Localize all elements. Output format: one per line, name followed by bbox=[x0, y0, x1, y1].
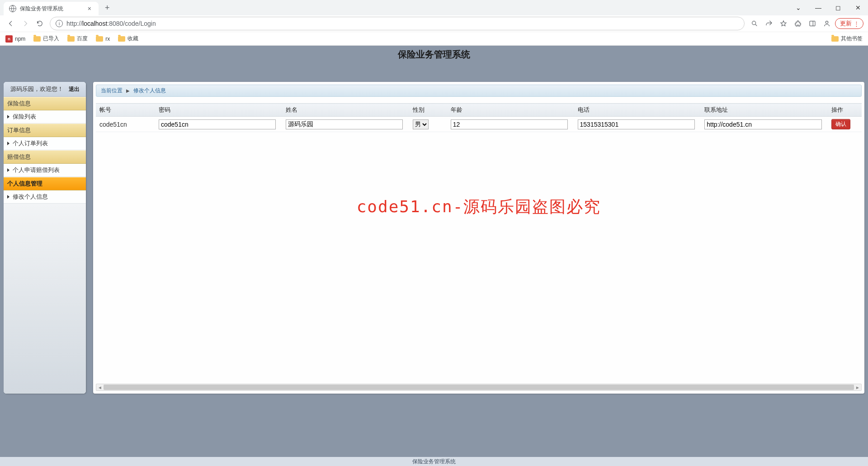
bookmark-rx[interactable]: rx bbox=[96, 36, 110, 42]
table-header-row: 帐号 密码 姓名 性别 年龄 电话 联系地址 操作 bbox=[96, 104, 862, 117]
browser-chrome: 保险业务管理系统 × + ⌄ — ◻ ✕ i http://localhost:… bbox=[0, 0, 868, 46]
chevron-down-icon[interactable]: ⌄ bbox=[788, 1, 808, 14]
page-title: 保险业务管理系统 bbox=[398, 48, 470, 61]
star-icon[interactable] bbox=[777, 17, 790, 30]
svg-rect-1 bbox=[810, 21, 815, 26]
welcome-text: 源码乐园，欢迎您！ bbox=[10, 85, 63, 93]
bookmark-baidu[interactable]: 百度 bbox=[67, 35, 88, 43]
folder-icon bbox=[33, 36, 41, 42]
new-tab-button[interactable]: + bbox=[99, 3, 116, 13]
bookmarks-bar: nnpm 已导入 百度 rx 收藏 其他书签 bbox=[0, 32, 868, 45]
th-address: 联系地址 bbox=[701, 104, 828, 117]
browser-tab[interactable]: 保险业务管理系统 × bbox=[4, 2, 99, 15]
npm-icon: n bbox=[5, 35, 13, 43]
app-body: 源码乐园，欢迎您！ 退出 保险信息 保险列表 订单信息 个人订单列表 赔偿信息 … bbox=[0, 63, 868, 457]
tab-bar: 保险业务管理系统 × + ⌄ — ◻ ✕ bbox=[0, 0, 868, 15]
sidebar-cat-insurance[interactable]: 保险信息 bbox=[4, 97, 86, 110]
main-panel: 当前位置 ▶ 修改个人信息 帐号 密码 姓名 性别 年龄 bbox=[93, 82, 864, 394]
zoom-icon[interactable] bbox=[748, 17, 761, 30]
th-phone: 电话 bbox=[574, 104, 701, 117]
sidepanel-icon[interactable] bbox=[806, 17, 819, 30]
extensions-icon[interactable] bbox=[792, 17, 804, 30]
horizontal-scrollbar[interactable]: ◄ ► bbox=[96, 384, 862, 391]
footer: 保险业务管理系统 bbox=[0, 457, 868, 457]
nav-bar: i http://localhost:8080/code/Login 更新 ⋮ bbox=[0, 15, 868, 32]
folder-icon bbox=[67, 36, 75, 42]
url-port: :8080 bbox=[107, 20, 123, 27]
th-name: 姓名 bbox=[282, 104, 409, 117]
url-scheme: http:// bbox=[66, 20, 82, 27]
globe-icon bbox=[9, 5, 16, 12]
sidebar-fill bbox=[4, 204, 86, 394]
app-header: 保险业务管理系统 bbox=[0, 46, 868, 63]
sidebar-item-edit-profile[interactable]: 修改个人信息 bbox=[4, 190, 86, 204]
phone-field[interactable] bbox=[578, 119, 695, 129]
url-host: localhost bbox=[82, 20, 107, 27]
sidebar-item-personal-orders[interactable]: 个人订单列表 bbox=[4, 137, 86, 150]
name-field[interactable] bbox=[286, 119, 403, 129]
url-path: /code/Login bbox=[123, 20, 156, 27]
form-table: 帐号 密码 姓名 性别 年龄 电话 联系地址 操作 code51cn bbox=[96, 103, 862, 132]
folder-icon bbox=[118, 36, 125, 42]
update-label: 更新 bbox=[840, 19, 852, 28]
sidebar-item-insurance-list[interactable]: 保险列表 bbox=[4, 110, 86, 124]
window-controls: ⌄ — ◻ ✕ bbox=[788, 0, 868, 15]
password-field[interactable] bbox=[159, 119, 276, 129]
close-icon[interactable]: × bbox=[86, 5, 93, 12]
folder-icon bbox=[96, 36, 103, 42]
th-age: 年龄 bbox=[447, 104, 574, 117]
forward-button[interactable] bbox=[19, 17, 32, 30]
back-button[interactable] bbox=[5, 17, 17, 30]
sidebar-item-personal-claims[interactable]: 个人申请赔偿列表 bbox=[4, 164, 86, 177]
sidebar-cat-order[interactable]: 订单信息 bbox=[4, 124, 86, 137]
th-action: 操作 bbox=[828, 104, 862, 117]
window-close-icon[interactable]: ✕ bbox=[848, 1, 868, 14]
url-bar[interactable]: i http://localhost:8080/code/Login bbox=[50, 17, 745, 30]
gender-select[interactable]: 男 bbox=[413, 119, 429, 129]
svg-point-0 bbox=[752, 21, 756, 25]
scrollbar-thumb[interactable] bbox=[104, 385, 854, 390]
age-field[interactable] bbox=[451, 119, 568, 129]
sidebar: 源码乐园，欢迎您！ 退出 保险信息 保险列表 订单信息 个人订单列表 赔偿信息 … bbox=[4, 82, 86, 394]
bookmark-other[interactable]: 其他书签 bbox=[831, 35, 863, 43]
welcome-bar: 源码乐园，欢迎您！ 退出 bbox=[4, 82, 86, 97]
breadcrumb-root[interactable]: 当前位置 bbox=[101, 87, 123, 95]
sidebar-cat-claim[interactable]: 赔偿信息 bbox=[4, 150, 86, 164]
sidebar-cat-profile[interactable]: 个人信息管理 bbox=[4, 177, 86, 190]
reload-button[interactable] bbox=[33, 17, 46, 30]
scroll-right-icon[interactable]: ► bbox=[854, 384, 861, 390]
breadcrumb-current[interactable]: 修改个人信息 bbox=[133, 87, 166, 95]
update-button[interactable]: 更新 ⋮ bbox=[835, 18, 863, 29]
th-password: 密码 bbox=[155, 104, 282, 117]
bookmark-fav[interactable]: 收藏 bbox=[118, 35, 138, 43]
confirm-button[interactable]: 确认 bbox=[831, 119, 850, 129]
folder-icon bbox=[831, 36, 839, 42]
logout-button[interactable]: 退出 bbox=[69, 86, 80, 93]
th-account: 帐号 bbox=[96, 104, 155, 117]
svg-point-2 bbox=[826, 21, 828, 24]
share-icon[interactable] bbox=[763, 17, 775, 30]
tab-title: 保险业务管理系统 bbox=[20, 5, 86, 13]
th-gender: 性别 bbox=[409, 104, 447, 117]
site-info-icon[interactable]: i bbox=[56, 20, 63, 27]
breadcrumb: 当前位置 ▶ 修改个人信息 bbox=[96, 85, 862, 97]
bookmark-npm[interactable]: nnpm bbox=[5, 35, 25, 43]
table-row: code51cn 男 确认 bbox=[96, 117, 862, 132]
profile-icon[interactable] bbox=[821, 17, 833, 30]
chevron-right-icon: ▶ bbox=[126, 88, 130, 93]
maximize-icon[interactable]: ◻ bbox=[828, 1, 848, 14]
minimize-icon[interactable]: — bbox=[808, 1, 828, 14]
address-field[interactable] bbox=[704, 119, 821, 129]
cell-account: code51cn bbox=[96, 117, 155, 132]
scroll-left-icon[interactable]: ◄ bbox=[96, 384, 104, 390]
menu-icon: ⋮ bbox=[854, 20, 859, 27]
bookmark-imported[interactable]: 已导入 bbox=[33, 35, 59, 43]
